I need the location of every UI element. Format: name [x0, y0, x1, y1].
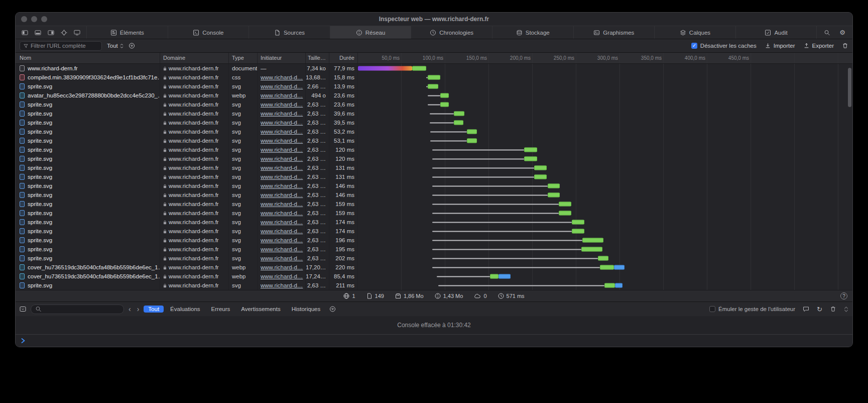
request-name-cell[interactable]: sprite.svg	[16, 281, 160, 290]
column-header-type[interactable]: Type	[229, 53, 258, 63]
console-scope-erreurs[interactable]: Erreurs	[207, 306, 235, 313]
request-name-cell[interactable]: sprite.svg	[16, 209, 160, 218]
waterfall-bar[interactable]	[432, 211, 571, 216]
table-row[interactable]: sprite.svg www.richard-dern.fr svg www.r…	[16, 245, 852, 254]
table-row[interactable]: sprite.svg www.richard-dern.fr svg www.r…	[16, 218, 852, 227]
initiator-link[interactable]: www.richard-d…	[261, 282, 303, 288]
console-search-input[interactable]	[31, 305, 124, 314]
initiator-link[interactable]: www.richard-d…	[261, 210, 303, 216]
reload-icon[interactable]: ↻	[817, 306, 822, 313]
export-button[interactable]: Exporter	[803, 43, 834, 49]
waterfall-bar[interactable]	[432, 175, 547, 179]
element-picker-icon[interactable]	[61, 30, 67, 36]
expand-console-icon[interactable]	[844, 307, 848, 312]
help-button[interactable]: ?	[840, 292, 847, 299]
table-row[interactable]: sprite.svg www.richard-dern.fr svg www.r…	[16, 209, 852, 218]
initiator-link[interactable]: www.richard-d…	[261, 255, 303, 261]
initiator-link[interactable]: www.richard-d…	[261, 201, 303, 207]
clear-network-items-icon[interactable]	[842, 43, 848, 49]
dock-right-icon[interactable]	[48, 30, 54, 36]
initiator-link[interactable]: www.richard-d…	[261, 74, 303, 80]
waterfall-bar[interactable]	[358, 66, 426, 71]
table-row[interactable]: sprite.svg www.richard-dern.fr svg www.r…	[16, 172, 852, 181]
column-header-name[interactable]: Nom	[16, 53, 160, 63]
initiator-link[interactable]: www.richard-d…	[261, 138, 303, 144]
waterfall-bar[interactable]	[432, 202, 571, 207]
resource-scope-dropdown[interactable]: Tout	[107, 43, 123, 49]
initiator-link[interactable]: www.richard-d…	[261, 120, 303, 126]
waterfall-bar[interactable]	[426, 84, 438, 89]
tab-audit[interactable]: Audit	[735, 26, 817, 39]
initiator-link[interactable]: www.richard-d…	[261, 83, 303, 89]
table-row[interactable]: sprite.svg www.richard-dern.fr svg www.r…	[16, 199, 852, 209]
request-name-cell[interactable]: sprite.svg	[16, 109, 160, 118]
initiator-link[interactable]: www.richard-d…	[261, 264, 303, 270]
waterfall-bar[interactable]	[437, 274, 511, 279]
initiator-link[interactable]: www.richard-d…	[261, 111, 303, 117]
table-row[interactable]: sprite.svg www.richard-dern.fr svg www.r…	[16, 190, 852, 199]
device-icon[interactable]	[74, 30, 80, 36]
console-prompt[interactable]	[16, 335, 852, 347]
request-name-cell[interactable]: sprite.svg	[16, 218, 160, 227]
filter-options-icon[interactable]	[129, 43, 135, 49]
table-row[interactable]: www.richard-dern.fr www.richard-dern.fr …	[16, 64, 852, 73]
tab-layers[interactable]: Calques	[654, 26, 735, 39]
table-row[interactable]: sprite.svg www.richard-dern.fr svg www.r…	[16, 109, 852, 118]
initiator-link[interactable]: www.richard-d…	[261, 129, 303, 135]
table-row[interactable]: cover_hu736519dc3b5040cfa48b6b559b6de6ec…	[16, 272, 852, 281]
tab-graphics[interactable]: Graphismes	[573, 26, 655, 39]
waterfall-bar[interactable]	[432, 238, 603, 243]
waterfall-bar[interactable]	[432, 247, 602, 252]
table-row[interactable]: sprite.svg www.richard-dern.fr svg www.r…	[16, 281, 852, 290]
table-row[interactable]: sprite.svg www.richard-dern.fr svg www.r…	[16, 181, 852, 190]
waterfall-bar[interactable]	[428, 103, 449, 107]
console-scope-historiques[interactable]: Historiques	[287, 306, 325, 313]
tab-timelines[interactable]: Chronologies	[411, 26, 492, 39]
request-name-cell[interactable]: sprite.svg	[16, 145, 160, 154]
request-name-cell[interactable]: sprite.svg	[16, 227, 160, 236]
request-name-cell[interactable]: sprite.svg	[16, 181, 160, 190]
tab-network[interactable]: Réseau	[330, 26, 411, 39]
request-name-cell[interactable]: sprite.svg	[16, 199, 160, 209]
waterfall-bar[interactable]	[430, 112, 465, 116]
console-messages-icon[interactable]	[803, 306, 809, 312]
request-name-cell[interactable]: sprite.svg	[16, 163, 160, 172]
console-filter-options-icon[interactable]	[329, 306, 336, 312]
column-header-domain[interactable]: Domaine	[160, 53, 229, 63]
next-result-button[interactable]: ›	[137, 306, 140, 313]
waterfall-bar[interactable]	[430, 121, 464, 125]
tab-elements[interactable]: Éléments	[86, 26, 168, 39]
waterfall-bar[interactable]	[428, 93, 449, 98]
url-filter-input[interactable]: Filtrer l'URL complète	[20, 41, 102, 51]
request-name-cell[interactable]: sprite.svg	[16, 172, 160, 181]
emulate-user-gesture-checkbox[interactable]: Émuler le geste de l'utilisateur	[709, 306, 795, 312]
search-icon[interactable]	[824, 30, 830, 36]
request-name-cell[interactable]: sprite.svg	[16, 127, 160, 136]
tab-console[interactable]: Console	[168, 26, 249, 39]
initiator-link[interactable]: www.richard-d…	[261, 156, 303, 162]
waterfall-bar[interactable]	[432, 184, 560, 188]
column-header-duration[interactable]: Durée	[329, 53, 358, 63]
waterfall-bar[interactable]	[438, 283, 623, 288]
request-name-cell[interactable]: sprite.svg	[16, 154, 160, 163]
table-row[interactable]: sprite.svg www.richard-dern.fr svg www.r…	[16, 145, 852, 154]
request-name-cell[interactable]: www.richard-dern.fr	[16, 64, 160, 73]
waterfall-bar[interactable]	[430, 130, 476, 134]
table-row[interactable]: sprite.svg www.richard-dern.fr svg www.r…	[16, 127, 852, 136]
waterfall-bar[interactable]	[432, 220, 584, 225]
zoom-window-button[interactable]	[41, 16, 47, 22]
waterfall-bar[interactable]	[432, 166, 547, 170]
waterfall-bar[interactable]	[432, 265, 625, 270]
waterfall-bar[interactable]	[426, 75, 440, 80]
initiator-link[interactable]: www.richard-d…	[261, 183, 303, 189]
table-row[interactable]: sprite.svg www.richard-dern.fr svg www.r…	[16, 118, 852, 127]
initiator-link[interactable]: www.richard-d…	[261, 192, 303, 198]
table-row[interactable]: sprite.svg www.richard-dern.fr svg www.r…	[16, 227, 852, 236]
request-name-cell[interactable]: sprite.svg	[16, 82, 160, 91]
table-row[interactable]: sprite.svg www.richard-dern.fr svg www.r…	[16, 82, 852, 91]
minimize-window-button[interactable]	[31, 16, 37, 22]
console-scope-tout[interactable]: Tout	[144, 306, 164, 313]
table-row[interactable]: avatar_hu85ecc3e298728880b0bde2dcc4e5c23…	[16, 91, 852, 100]
request-name-cell[interactable]: cover_hu736519dc3b5040cfa48b6b559b6de6ec…	[16, 272, 160, 281]
request-name-cell[interactable]: sprite.svg	[16, 236, 160, 245]
